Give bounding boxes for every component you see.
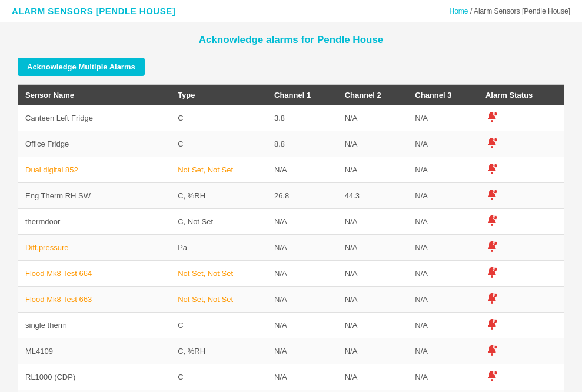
sensor-name-text: ML4109 bbox=[25, 347, 53, 356]
page-title: Acknowledge alarms for Pendle House bbox=[18, 34, 564, 46]
table-row: Dual digital 852Not Set, Not SetN/AN/AN/… bbox=[18, 157, 564, 183]
alarm-bell-icon[interactable]: ! bbox=[485, 344, 498, 358]
alarm-bell-icon[interactable]: ! bbox=[485, 292, 498, 307]
sensor-name-text: single therm bbox=[25, 321, 67, 330]
breadcrumb: Home / Alarm Sensors [Pendle House] bbox=[450, 7, 570, 15]
sensor-name-link[interactable]: Flood Mk8 Test 664 bbox=[25, 269, 92, 278]
table-row: single thermCN/AN/AN/A ! bbox=[18, 313, 564, 338]
alarm-bell-icon[interactable]: ! bbox=[485, 188, 498, 203]
channel2-cell: N/A bbox=[338, 157, 408, 183]
table-row: RL5000 Dual ThermocoupleC, CN/AN/AN/A ! bbox=[18, 390, 564, 393]
svg-point-0 bbox=[491, 120, 493, 122]
type-cell: Not Set, Not Set bbox=[171, 261, 267, 287]
breadcrumb-current: Alarm Sensors [Pendle House] bbox=[474, 7, 570, 15]
alarm-bell-icon[interactable]: ! bbox=[485, 266, 498, 281]
table-row: Flood Mk8 Test 664Not Set, Not SetN/AN/A… bbox=[18, 261, 564, 287]
channel3-cell: N/A bbox=[408, 338, 478, 364]
acknowledge-multiple-alarms-button[interactable]: Acknowledge Multiple Alarms bbox=[18, 58, 145, 76]
channel2-cell: N/A bbox=[338, 390, 408, 393]
alarm-bell-icon[interactable]: ! bbox=[485, 318, 498, 333]
sensor-name-cell: Flood Mk8 Test 664 bbox=[18, 261, 171, 287]
channel3-cell: N/A bbox=[408, 105, 478, 131]
sensor-name-link[interactable]: Dual digital 852 bbox=[25, 165, 78, 174]
channel3-cell: N/A bbox=[408, 157, 478, 183]
alarm-bell-icon[interactable]: ! bbox=[485, 240, 498, 255]
table-row: Eng Therm RH SWC, %RH26.844.3N/A ! bbox=[18, 183, 564, 209]
alarm-status-cell[interactable]: ! bbox=[478, 390, 564, 393]
type-value: C bbox=[178, 373, 183, 381]
channel3-cell: N/A bbox=[408, 131, 478, 157]
table-row: thermdoorC, Not SetN/AN/AN/A ! bbox=[18, 209, 564, 235]
alarm-bell-icon[interactable]: ! bbox=[485, 162, 498, 177]
sensor-name-cell: ML4109 bbox=[18, 338, 171, 364]
alarm-status-cell[interactable]: ! bbox=[478, 105, 564, 131]
alarm-bell-icon[interactable]: ! bbox=[485, 111, 498, 125]
alarm-status-cell[interactable]: ! bbox=[478, 261, 564, 287]
type-cell: Not Set, Not Set bbox=[171, 287, 267, 313]
type-value: C, %RH bbox=[178, 347, 205, 356]
sensor-name-cell: thermdoor bbox=[18, 209, 171, 235]
channel1-cell: N/A bbox=[267, 313, 338, 338]
svg-point-12 bbox=[491, 224, 493, 226]
sensor-name-text: Canteen Left Fridge bbox=[25, 114, 93, 122]
type-value: C, %RH bbox=[178, 191, 205, 200]
sensor-name-cell: Eng Therm RH SW bbox=[18, 183, 171, 209]
channel3-cell: N/A bbox=[408, 287, 478, 313]
type-value: C bbox=[178, 321, 183, 330]
type-value: Not Set, Not Set bbox=[178, 295, 233, 304]
sensor-name-cell: Dual digital 852 bbox=[18, 157, 171, 183]
channel3-cell: N/A bbox=[408, 183, 478, 209]
col-channel2: Channel 2 bbox=[338, 85, 408, 106]
breadcrumb-home[interactable]: Home bbox=[450, 7, 468, 15]
svg-point-27 bbox=[491, 353, 493, 356]
alarm-bell-icon[interactable]: ! bbox=[485, 370, 498, 384]
type-value: C bbox=[178, 139, 183, 148]
alarm-bell-icon[interactable]: ! bbox=[485, 214, 498, 229]
type-cell: C, Not Set bbox=[171, 209, 267, 235]
sensor-name-text: RL1000 (CDP) bbox=[25, 373, 75, 381]
alarm-status-cell[interactable]: ! bbox=[478, 235, 564, 261]
col-channel3: Channel 3 bbox=[408, 85, 478, 106]
table-row: Diff.pressurePaN/AN/AN/A ! bbox=[18, 235, 564, 261]
top-header: ALARM SENSORS [PENDLE HOUSE] Home / Alar… bbox=[0, 0, 582, 22]
alarm-status-cell[interactable]: ! bbox=[478, 131, 564, 157]
sensor-name-link[interactable]: Flood Mk8 Test 663 bbox=[25, 295, 92, 304]
channel3-cell: N/A bbox=[408, 261, 478, 287]
breadcrumb-separator: / bbox=[470, 7, 472, 15]
type-value: C, Not Set bbox=[178, 217, 213, 226]
alarm-status-cell[interactable]: ! bbox=[478, 287, 564, 313]
col-sensor-name: Sensor Name bbox=[18, 85, 171, 106]
alarm-status-cell[interactable]: ! bbox=[478, 338, 564, 364]
sensor-name-cell: Flood Mk8 Test 663 bbox=[18, 287, 171, 313]
alarm-status-cell[interactable]: ! bbox=[478, 364, 564, 390]
svg-point-15 bbox=[491, 250, 493, 252]
channel2-cell: N/A bbox=[338, 287, 408, 313]
col-channel1: Channel 1 bbox=[267, 85, 338, 106]
svg-point-24 bbox=[491, 327, 493, 330]
alarm-status-cell[interactable]: ! bbox=[478, 157, 564, 183]
type-value: Pa bbox=[178, 243, 187, 252]
type-value: Not Set, Not Set bbox=[178, 165, 233, 174]
type-cell: C, C bbox=[171, 390, 267, 393]
type-cell: C, %RH bbox=[171, 183, 267, 209]
sensor-name-text: thermdoor bbox=[25, 217, 60, 226]
alarm-status-cell[interactable]: ! bbox=[478, 183, 564, 209]
site-title: ALARM SENSORS [PENDLE HOUSE] bbox=[12, 6, 175, 16]
channel1-cell: N/A bbox=[267, 209, 338, 235]
alarm-status-cell[interactable]: ! bbox=[478, 313, 564, 338]
sensor-name-cell: Diff.pressure bbox=[18, 235, 171, 261]
alarm-bell-icon[interactable]: ! bbox=[485, 137, 498, 151]
type-cell: C bbox=[171, 105, 267, 131]
sensor-name-text: Eng Therm RH SW bbox=[25, 191, 91, 200]
type-cell: C, %RH bbox=[171, 338, 267, 364]
sensor-name-link[interactable]: Diff.pressure bbox=[25, 243, 68, 252]
channel2-cell: N/A bbox=[338, 364, 408, 390]
channel3-cell: N/A bbox=[408, 209, 478, 235]
channel1-cell: 26.8 bbox=[267, 183, 338, 209]
channel3-cell: N/A bbox=[408, 235, 478, 261]
svg-point-9 bbox=[491, 198, 493, 200]
svg-point-30 bbox=[491, 379, 493, 381]
col-type: Type bbox=[171, 85, 267, 106]
type-cell: Not Set, Not Set bbox=[171, 157, 267, 183]
alarm-status-cell[interactable]: ! bbox=[478, 209, 564, 235]
